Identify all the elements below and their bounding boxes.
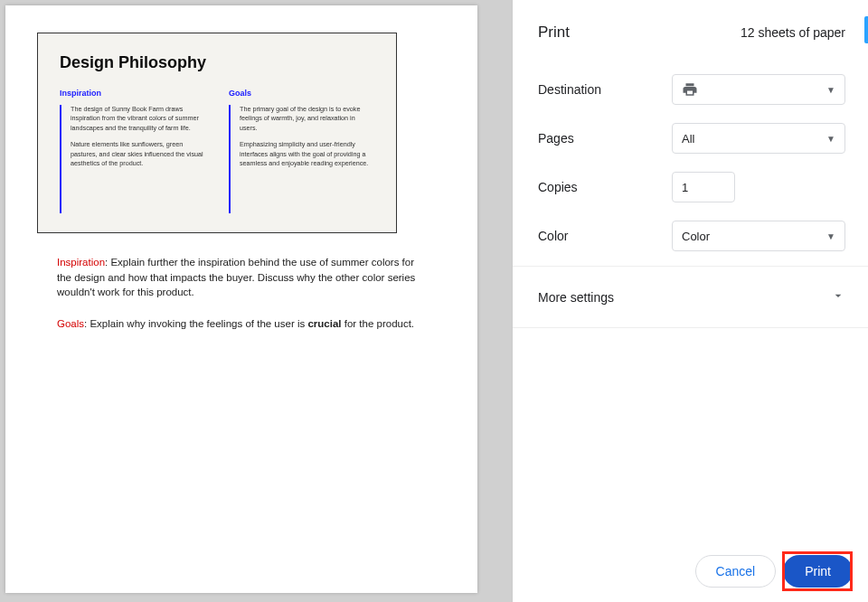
- row-pages: Pages All ▼: [513, 114, 868, 163]
- comment-text-post: for the product.: [342, 318, 415, 329]
- chevron-down-icon: [831, 288, 845, 306]
- copies-input[interactable]: [672, 172, 735, 202]
- color-value: Color: [682, 230, 710, 243]
- paragraph: The design of Sunny Book Farm draws insp…: [71, 105, 205, 133]
- row-destination: Destination ▼: [513, 65, 868, 114]
- panel-title: Print: [538, 24, 570, 42]
- dialog-footer: Cancel Print: [695, 555, 853, 588]
- comment-text-pre: : Explain why invoking the feelings of t…: [84, 318, 307, 329]
- print-settings-panel: Print 12 sheets of paper Destination ▼ P…: [512, 0, 868, 602]
- paragraph: The primary goal of the design is to evo…: [240, 105, 374, 133]
- sheet-count: 12 sheets of paper: [741, 25, 845, 40]
- column-heading: Goals: [229, 89, 374, 98]
- document-columns: Inspiration The design of Sunny Book Far…: [60, 89, 374, 213]
- more-settings-toggle[interactable]: More settings: [513, 266, 868, 328]
- label-destination: Destination: [538, 82, 672, 97]
- column-heading: Inspiration: [60, 89, 205, 98]
- document-frame: Design Philosophy Inspiration The design…: [37, 33, 397, 233]
- panel-header: Print 12 sheets of paper: [513, 0, 868, 65]
- comment-item: Inspiration: Explain further the inspira…: [57, 255, 426, 300]
- review-comments: Inspiration: Explain further the inspira…: [57, 255, 426, 332]
- column-inspiration: Inspiration The design of Sunny Book Far…: [60, 89, 205, 213]
- pages-value: All: [682, 132, 694, 146]
- paragraph: Emphasizing simplicity and user-friendly…: [240, 140, 374, 168]
- print-preview-pane: Design Philosophy Inspiration The design…: [0, 0, 512, 602]
- comment-bold: crucial: [307, 318, 341, 329]
- caret-down-icon: ▼: [826, 85, 835, 95]
- comment-tag: Goals: [57, 318, 84, 329]
- document-title: Design Philosophy: [60, 53, 374, 72]
- color-select[interactable]: Color ▼: [672, 221, 845, 251]
- caret-down-icon: ▼: [826, 134, 835, 144]
- comment-tag: Inspiration: [57, 257, 105, 268]
- row-copies: Copies: [513, 163, 868, 212]
- caret-down-icon: ▼: [826, 231, 835, 241]
- preview-sheet: Design Philosophy Inspiration The design…: [5, 5, 477, 593]
- comment-item: Goals: Explain why invoking the feelings…: [57, 316, 426, 332]
- label-color: Color: [538, 229, 672, 243]
- column-goals: Goals The primary goal of the design is …: [229, 89, 374, 213]
- background-sliver: [864, 16, 868, 43]
- row-color: Color Color ▼: [513, 212, 868, 260]
- print-button[interactable]: Print: [783, 555, 853, 588]
- destination-select[interactable]: ▼: [672, 74, 845, 105]
- column-body: The design of Sunny Book Farm draws insp…: [60, 105, 205, 213]
- paragraph: Nature elements like sunflowers, green p…: [71, 140, 205, 168]
- label-more-settings: More settings: [538, 290, 614, 305]
- comment-text: : Explain further the inspiration behind…: [57, 257, 415, 297]
- cancel-button[interactable]: Cancel: [695, 555, 777, 588]
- label-pages: Pages: [538, 131, 672, 146]
- column-body: The primary goal of the design is to evo…: [229, 105, 374, 213]
- printer-icon: [682, 81, 698, 98]
- pages-select[interactable]: All ▼: [672, 123, 845, 154]
- label-copies: Copies: [538, 180, 672, 194]
